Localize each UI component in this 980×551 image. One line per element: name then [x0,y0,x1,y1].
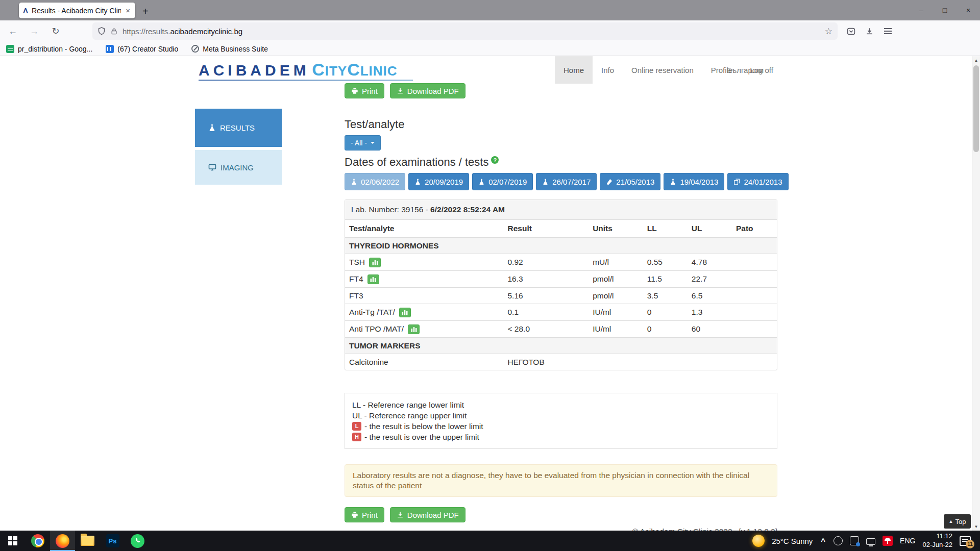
vertical-scrollbar[interactable]: ▲ ▼ [972,56,980,531]
ll-value: 11.5 [643,271,688,288]
whatsapp-icon [131,534,144,548]
date-label: 02/07/2019 [488,178,527,186]
reload-icon[interactable]: ↻ [47,23,64,39]
pato-value [732,271,777,288]
date-buttons: 02/06/2022 20/09/2019 02/07/2019 26/07/2… [345,173,777,190]
scroll-down-icon[interactable]: ▼ [972,522,980,531]
minimize-button[interactable]: – [910,0,933,20]
new-tab-button[interactable]: + [142,6,149,16]
menu-icon[interactable] [879,23,896,39]
nav-info[interactable]: Info [593,56,623,84]
bookmark-item[interactable]: pr_distribution - Goog... [6,45,92,53]
chart-icon[interactable] [368,274,379,284]
download-pdf-button[interactable]: Download PDF [390,507,465,522]
date-button[interactable]: 02/07/2019 [472,173,533,190]
taskbar-photoshop[interactable]: Ps [100,531,125,551]
bookmark-item[interactable]: Meta Business Suite [191,45,268,53]
units-value [589,354,643,370]
tab-title: Results - Acibadem City Clinic [32,7,121,15]
print-button[interactable]: Print [345,507,384,522]
date-label: 02/06/2022 [361,178,399,186]
nav-home[interactable]: Home [555,56,593,84]
language-link[interactable]: Български [727,56,764,84]
taskbar-tray: 25°C Sunny ^ ENG 11:12 02-Jun-22 11 [752,532,980,549]
keyboard-language[interactable]: ENG [900,537,915,545]
units-value: pmol/l [589,271,643,288]
bookmark-label: pr_distribution - Goog... [18,45,92,53]
bookmark-item[interactable]: (67) Creator Studio [106,45,178,53]
tray-expand-icon[interactable]: ^ [820,537,826,545]
date-button[interactable]: 21/05/2013 [600,173,660,190]
downloads-icon[interactable] [861,23,877,39]
chart-icon[interactable] [408,324,420,334]
units-value: IU/ml [589,321,643,338]
analyte-name: Anti TPO /MAT/ [349,324,404,334]
logo-clinic: CLINIC [347,60,397,80]
windows-taskbar: Ps 25°C Sunny ^ ENG 11:12 02-Jun-22 11 [0,531,980,551]
chart-icon[interactable] [369,258,381,267]
url-bar[interactable]: https://results.acibademcityclinic.bg ☆ [92,22,838,40]
pocket-icon[interactable] [843,23,859,39]
units-value: IU/ml [589,304,643,321]
date-button[interactable]: 24/01/2013 [727,173,788,190]
taskbar-explorer[interactable] [75,531,100,551]
close-button[interactable]: × [957,0,980,20]
tab-close-icon[interactable]: × [125,6,131,15]
site-header: ACIBADEM CITYCLINIC Home Info Online res… [0,56,972,84]
scrollbar-thumb[interactable] [973,65,979,152]
taskbar-chrome[interactable] [25,531,50,551]
top-label: Top [955,518,966,525]
forward-icon[interactable]: → [26,23,43,39]
legend-low-text: - the result is below the lower limit [364,421,483,432]
clock-widget[interactable]: 11:12 02-Jun-22 [922,532,952,549]
app-tray-icon[interactable] [850,536,859,545]
flask-icon [208,124,216,132]
section-row: THYREOID HORMONES [345,238,777,254]
url-text: https://results.acibademcityclinic.bg [122,27,820,36]
top-actions: Print Download PDF [345,83,777,98]
date-button[interactable]: 26/07/2017 [536,173,597,190]
lab-datetime: 6/2/2022 8:52:24 AM [430,205,505,214]
taskbar-whatsapp[interactable] [125,531,150,551]
shield-icon[interactable] [97,27,106,35]
weather-widget[interactable]: 25°C Sunny [772,537,813,545]
sidebar-item-imaging[interactable]: IMAGING [195,150,282,185]
back-to-top-button[interactable]: ▲ Top [944,514,971,529]
network-tray-icon[interactable] [866,538,875,545]
meta-icon [191,45,199,53]
ul-value: 60 [688,321,732,338]
sidebar: RESULTS IMAGING [195,109,282,185]
download-pdf-button[interactable]: Download PDF [390,83,465,98]
bookmarks-bar: pr_distribution - Goog... (67) Creator S… [0,42,980,56]
weather-sun-icon[interactable] [752,535,765,547]
pato-value [732,254,777,271]
help-icon[interactable]: ? [491,156,499,164]
avira-tray-icon[interactable] [883,536,893,546]
taskbar-firefox[interactable] [50,531,75,551]
date-button[interactable]: 20/09/2019 [408,173,469,190]
print-button[interactable]: Print [345,83,384,98]
ul-value: 4.78 [688,254,732,271]
scroll-up-icon[interactable]: ▲ [972,56,980,64]
sidebar-imaging-label: IMAGING [220,163,254,172]
bookmark-star-icon[interactable]: ☆ [825,26,832,37]
lab-number-header: Lab. Number: 39156 - 6/2/2022 8:52:24 AM [345,200,777,220]
lock-icon[interactable] [110,28,118,35]
date-button-active[interactable]: 02/06/2022 [345,173,405,190]
browser-tab[interactable]: Λ Results - Acibadem City Clinic × [19,3,135,18]
notifications-icon[interactable]: 11 [960,536,971,546]
all-dropdown-button[interactable]: - All - [345,135,381,151]
sidebar-results-label: RESULTS [220,123,255,132]
chart-icon[interactable] [399,308,411,317]
back-icon[interactable]: ← [4,23,21,39]
sidebar-item-results[interactable]: RESULTS [195,109,282,147]
maximize-button[interactable]: □ [933,0,957,20]
date-button[interactable]: 19/04/2013 [664,173,724,190]
printer-icon [351,87,358,94]
legend-low: L - the result is below the lower limit [352,421,770,432]
nav-online-reservation[interactable]: Online reservation [623,56,702,84]
teams-tray-icon[interactable] [834,536,843,545]
start-button[interactable] [0,531,25,551]
col-ul: UL [688,220,732,238]
bottom-actions: Print Download PDF [345,507,777,522]
